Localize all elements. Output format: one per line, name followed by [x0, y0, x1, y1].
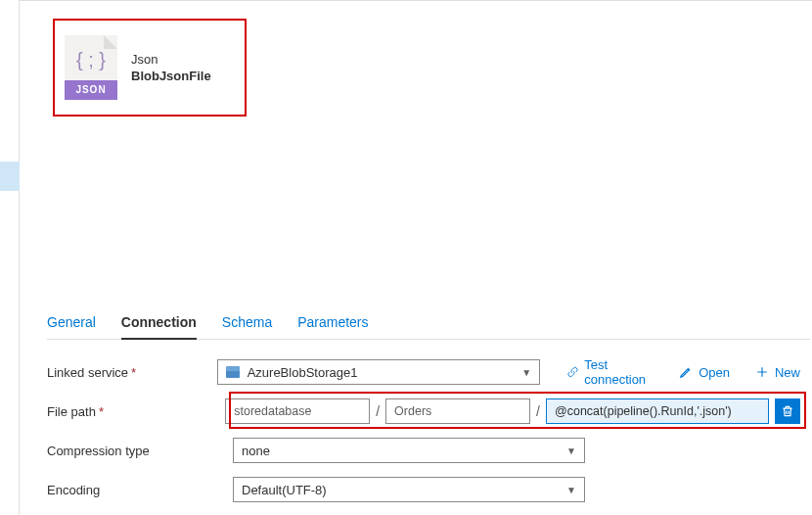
linked-service-actions: Test connection Open New: [567, 357, 800, 387]
content-pane: { ; } JSON Json BlobJsonFile General Con…: [20, 0, 812, 515]
label-linked-service-text: Linked service: [47, 365, 128, 380]
row-file-path: File path * / / @concat(pipeline().RunId…: [47, 393, 800, 430]
json-icon-band: JSON: [65, 80, 117, 100]
plus-icon: [755, 365, 769, 379]
json-icon-corner-fold: [104, 35, 117, 49]
row-linked-service: Linked service * AzureBlobStorage1 ▼ Tes…: [47, 353, 800, 391]
label-file-path-text: File path: [47, 404, 96, 419]
chevron-down-icon: ▼: [566, 485, 576, 495]
row-encoding: Encoding Default(UTF-8) ▼: [47, 471, 800, 508]
row-compression: Compression type none ▼: [47, 432, 800, 469]
path-separator: /: [536, 403, 540, 419]
dataset-card-highlight: { ; } JSON Json BlobJsonFile: [53, 19, 247, 117]
file-path-group: / / @concat(pipeline().RunId,'.json'): [225, 398, 800, 424]
trash-icon: [781, 404, 794, 418]
required-mark: *: [131, 365, 136, 380]
link-icon: [567, 365, 578, 379]
open-label: Open: [699, 365, 730, 380]
chevron-down-icon: ▼: [521, 367, 531, 378]
left-rail: [0, 0, 20, 515]
file-expression-text: @concat(pipeline().RunId,'.json'): [555, 404, 732, 418]
tab-general[interactable]: General: [47, 314, 96, 339]
label-compression: Compression type: [47, 444, 233, 458]
compression-select[interactable]: none ▼: [233, 438, 585, 463]
json-icon-braces: { ; }: [65, 49, 117, 71]
dataset-meta: Json BlobJsonFile: [131, 52, 211, 83]
new-button[interactable]: New: [755, 365, 800, 380]
path-separator: /: [376, 403, 380, 419]
tab-schema[interactable]: Schema: [222, 314, 272, 339]
dataset-name-label: BlobJsonFile: [131, 69, 211, 83]
json-icon-page: { ; } JSON: [65, 35, 117, 100]
encoding-value: Default(UTF-8): [242, 483, 327, 497]
tabs-bar: General Connection Schema Parameters: [47, 314, 810, 340]
encoding-select[interactable]: Default(UTF-8) ▼: [233, 477, 585, 502]
open-button[interactable]: Open: [679, 365, 730, 380]
linked-service-value: AzureBlobStorage1: [248, 365, 358, 380]
tab-parameters[interactable]: Parameters: [297, 314, 368, 339]
label-compression-text: Compression type: [47, 444, 150, 458]
test-connection-button[interactable]: Test connection: [567, 357, 654, 387]
label-file-path: File path *: [47, 404, 225, 419]
file-path-file-expression[interactable]: @concat(pipeline().RunId,'.json'): [546, 398, 769, 424]
label-encoding-text: Encoding: [47, 483, 100, 497]
label-linked-service: Linked service *: [47, 365, 217, 380]
dataset-card[interactable]: { ; } JSON Json BlobJsonFile: [55, 21, 245, 115]
chevron-down-icon: ▼: [566, 445, 576, 456]
json-file-icon: { ; } JSON: [65, 35, 117, 100]
delete-file-expression-button[interactable]: [775, 398, 800, 424]
pencil-icon: [679, 365, 693, 379]
compression-value: none: [242, 444, 270, 458]
tab-connection[interactable]: Connection: [121, 314, 197, 340]
new-label: New: [775, 365, 800, 380]
file-path-container-input[interactable]: [225, 398, 370, 424]
dataset-type-label: Json: [131, 52, 211, 67]
label-encoding: Encoding: [47, 483, 233, 497]
connection-form: Linked service * AzureBlobStorage1 ▼ Tes…: [47, 353, 800, 510]
storage-icon: [226, 366, 240, 378]
test-connection-label: Test connection: [584, 357, 654, 387]
required-mark: *: [99, 404, 104, 419]
left-rail-active-indicator: [0, 162, 20, 191]
file-path-directory-input[interactable]: [385, 398, 530, 424]
linked-service-select[interactable]: AzureBlobStorage1 ▼: [217, 359, 541, 385]
